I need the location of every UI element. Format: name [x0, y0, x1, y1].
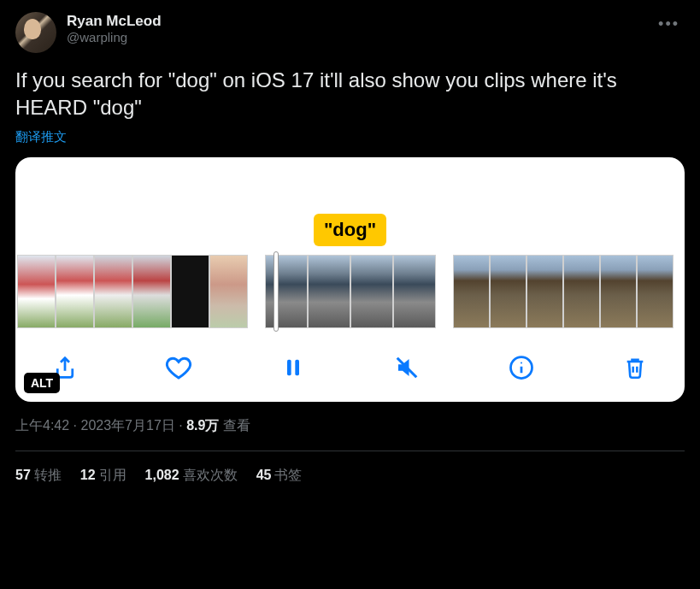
clip-group[interactable] — [17, 255, 248, 328]
clip-frame — [600, 255, 637, 328]
retweets-stat[interactable]: 57转推 — [15, 467, 62, 485]
clip-frame — [453, 255, 490, 328]
views-label: 查看 — [223, 418, 250, 433]
clip-group[interactable] — [265, 255, 436, 328]
clip-frame — [209, 255, 248, 328]
caption-row: "dog" — [15, 157, 685, 255]
playhead[interactable] — [274, 251, 279, 332]
tweet-text: If you search for "dog" on iOS 17 it'll … — [15, 67, 685, 122]
translate-link[interactable]: 翻译推文 — [15, 129, 685, 145]
clip-frame — [350, 255, 393, 328]
views-count: 8.9万 — [186, 418, 219, 433]
clip-frame — [56, 255, 94, 328]
likes-stat[interactable]: 1,082喜欢次数 — [145, 467, 238, 485]
clip-frame — [17, 255, 56, 328]
tweet-meta: 上午4:422023年7月17日8.9万 查看 — [15, 417, 685, 435]
media-controls — [15, 337, 685, 402]
clip-frame — [490, 255, 526, 328]
mute-icon[interactable] — [391, 352, 422, 383]
author-names[interactable]: Ryan McLeod @warpling — [67, 12, 162, 46]
media-card[interactable]: "dog" — [15, 157, 685, 402]
clip-frame — [526, 255, 563, 328]
heart-icon[interactable] — [163, 352, 194, 383]
tweet-stats: 57转推 12引用 1,082喜欢次数 45书签 — [15, 467, 685, 485]
clip-group[interactable] — [453, 255, 674, 328]
clip-frame — [94, 255, 132, 328]
caption-bubble: "dog" — [314, 214, 386, 246]
avatar[interactable] — [15, 12, 56, 53]
svg-point-5 — [521, 362, 522, 363]
clip-frame — [637, 255, 674, 328]
clip-frame — [265, 255, 308, 328]
display-name: Ryan McLeod — [67, 12, 162, 30]
info-icon[interactable] — [506, 352, 537, 383]
video-timeline[interactable] — [15, 255, 685, 337]
clip-frame — [132, 255, 171, 328]
divider — [15, 451, 685, 451]
trash-icon[interactable] — [620, 352, 650, 383]
bookmarks-stat[interactable]: 45书签 — [256, 467, 303, 485]
clip-frame — [171, 255, 209, 328]
tweet-time[interactable]: 上午4:42 — [15, 418, 69, 433]
svg-rect-1 — [295, 359, 299, 375]
tweet-date[interactable]: 2023年7月17日 — [80, 418, 174, 433]
alt-badge[interactable]: ALT — [24, 373, 60, 393]
pause-icon[interactable] — [278, 352, 309, 383]
svg-rect-0 — [287, 359, 291, 375]
tweet-header: Ryan McLeod @warpling ••• — [15, 12, 685, 53]
clip-frame — [563, 255, 600, 328]
quotes-stat[interactable]: 12引用 — [80, 467, 126, 485]
handle: @warpling — [67, 30, 162, 46]
clip-frame — [393, 255, 436, 328]
clip-frame — [308, 255, 350, 328]
more-icon[interactable]: ••• — [653, 12, 685, 37]
